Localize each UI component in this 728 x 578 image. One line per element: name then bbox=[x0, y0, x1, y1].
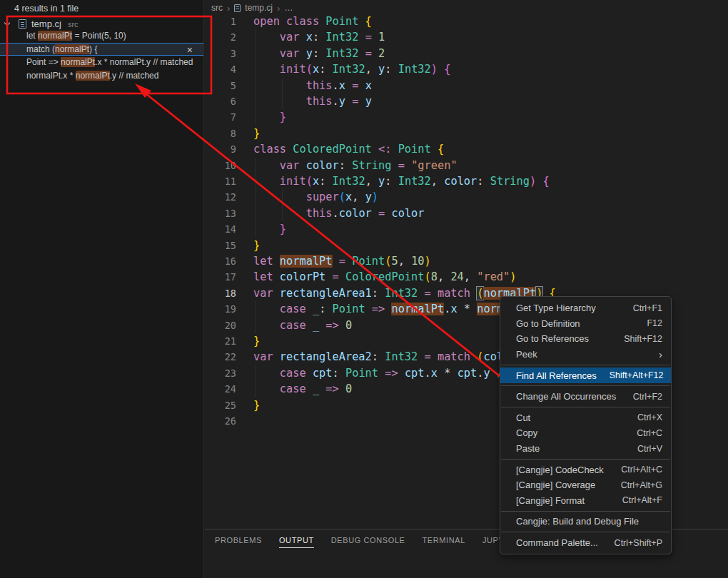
panel-tab-output[interactable]: OUTPUT bbox=[279, 536, 314, 548]
line-number: 26 bbox=[205, 413, 236, 429]
menu-item-shortcut: Ctrl+Alt+G bbox=[621, 480, 662, 490]
menu-item-label: Cut bbox=[516, 412, 530, 423]
menu-item-cangjie-format[interactable]: [Cangjie] FormatCtrl+Alt+F bbox=[500, 493, 671, 509]
result-text: = Point(5, 10) bbox=[72, 31, 126, 41]
chevron-down-icon[interactable] bbox=[4, 20, 10, 26]
menu-item-go-to-references[interactable]: Go to ReferencesShift+F12 bbox=[500, 331, 671, 347]
line-number: 8 bbox=[205, 126, 236, 141]
line-number: 3 bbox=[205, 46, 236, 61]
code-line[interactable]: 13 this.color = color bbox=[205, 206, 728, 221]
search-result-row[interactable]: match (normalPt) {× bbox=[0, 43, 203, 56]
code-line[interactable]: 3 var y: Int32 = 2 bbox=[205, 46, 728, 61]
editor-context-menu: Get Type HierarchyCtrl+F1Go to Definitio… bbox=[500, 296, 672, 554]
code-text: init(x: Int32, y: Int32) { bbox=[253, 61, 450, 77]
code-text: var color: String = "green" bbox=[253, 158, 457, 173]
panel-tab-terminal[interactable]: TERMINAL bbox=[423, 536, 465, 548]
result-text: Point => bbox=[26, 57, 61, 67]
code-line[interactable]: 12 super(x, y) bbox=[205, 189, 728, 205]
menu-item-cangjie-coverage[interactable]: [Cangjie] CoverageCtrl+Alt+G bbox=[500, 477, 671, 493]
menu-item-shortcut: Ctrl+C bbox=[637, 428, 662, 438]
code-line[interactable]: 11 init(x: Int32, y: Int32, color: Strin… bbox=[205, 173, 728, 189]
result-file-name: temp.cj bbox=[31, 19, 61, 29]
code-text: class ColoredPoint <: Point { bbox=[253, 141, 444, 157]
menu-item-shortcut: Ctrl+V bbox=[637, 444, 662, 454]
code-line[interactable]: 9class ColoredPoint <: Point { bbox=[205, 141, 728, 157]
dismiss-result-icon[interactable]: × bbox=[187, 44, 193, 56]
code-line[interactable]: 17let colorPt = ColoredPoint(8, 24, "red… bbox=[205, 269, 728, 285]
menu-separator bbox=[501, 532, 670, 532]
line-number: 20 bbox=[205, 318, 236, 333]
menu-item-label: [Cangjie] Format bbox=[516, 495, 585, 506]
line-number: 14 bbox=[205, 221, 236, 237]
menu-item-cangjie-codecheck[interactable]: [Cangjie] CodeCheckCtrl+Alt+C bbox=[500, 462, 671, 477]
line-number: 4 bbox=[205, 61, 236, 77]
result-text: match ( bbox=[26, 44, 55, 54]
result-text: .x * normalPt.y // matched bbox=[95, 57, 193, 67]
menu-item-label: Go to Definition bbox=[516, 318, 580, 329]
search-result-row[interactable]: normalPt.x * normalPt.y // matched bbox=[0, 69, 203, 83]
line-number: 6 bbox=[205, 93, 236, 109]
menu-item-cangjie-build-and-debug-file[interactable]: Cangjie: Build and Debug File bbox=[500, 514, 671, 529]
menu-item-copy[interactable]: CopyCtrl+C bbox=[500, 425, 671, 441]
menu-separator bbox=[501, 511, 670, 512]
menu-item-shortcut: Ctrl+X bbox=[637, 412, 662, 422]
menu-item-command-palette[interactable]: Command Palette...Ctrl+Shift+P bbox=[500, 535, 671, 551]
line-number: 17 bbox=[205, 269, 236, 285]
result-text: let bbox=[26, 31, 38, 41]
menu-item-shortcut: Ctrl+F2 bbox=[633, 392, 662, 402]
code-text: case _ => 0 bbox=[253, 381, 352, 397]
menu-item-label: Paste bbox=[516, 443, 540, 454]
menu-item-peek[interactable]: Peek› bbox=[500, 347, 671, 362]
menu-item-label: [Cangjie] Coverage bbox=[516, 480, 595, 490]
menu-item-shortcut: F12 bbox=[647, 318, 662, 328]
code-line[interactable]: 16let normalPt = Point(5, 10) bbox=[205, 253, 728, 269]
search-result-row[interactable]: let normalPt = Point(5, 10) bbox=[0, 29, 203, 43]
code-text: open class Point { bbox=[253, 14, 372, 29]
code-line[interactable]: 6 this.y = y bbox=[205, 93, 728, 109]
submenu-arrow-icon: › bbox=[659, 349, 662, 360]
panel-tab-debug-console[interactable]: DEBUG CONSOLE bbox=[331, 536, 405, 548]
code-text: super(x, y) bbox=[253, 189, 378, 205]
code-text: } bbox=[253, 333, 260, 349]
match-highlight: normalPt bbox=[55, 44, 89, 54]
code-line[interactable]: 2 var x: Int32 = 1 bbox=[205, 29, 728, 45]
code-line[interactable]: 1open class Point { bbox=[205, 14, 728, 29]
menu-item-change-all-occurrences[interactable]: Change All OccurrencesCtrl+F2 bbox=[500, 389, 671, 405]
menu-item-shortcut: Ctrl+F1 bbox=[633, 303, 662, 313]
references-sidebar: 4 results in 1 file temp.cj src let norm… bbox=[0, 0, 204, 578]
code-text: this.x = x bbox=[253, 78, 372, 93]
code-line[interactable]: 7 } bbox=[205, 109, 728, 125]
code-line[interactable]: 14 } bbox=[205, 221, 728, 237]
menu-item-find-all-references[interactable]: Find All ReferencesShift+Alt+F12 bbox=[500, 367, 671, 383]
code-line[interactable]: 5 this.x = x bbox=[205, 78, 728, 93]
line-number: 16 bbox=[205, 253, 236, 269]
result-text: normalPt.x * bbox=[26, 71, 76, 81]
menu-item-cut[interactable]: CutCtrl+X bbox=[500, 410, 671, 426]
search-result-row[interactable]: Point => normalPt.x * normalPt.y // matc… bbox=[0, 56, 203, 69]
menu-item-shortcut: Ctrl+Alt+F bbox=[622, 495, 662, 505]
code-line[interactable]: 10 var color: String = "green" bbox=[205, 158, 728, 173]
code-line[interactable]: 8} bbox=[205, 126, 728, 141]
menu-item-label: Peek bbox=[516, 349, 537, 360]
line-number: 25 bbox=[205, 397, 236, 413]
code-text: } bbox=[253, 397, 260, 413]
panel-tab-problems[interactable]: PROBLEMS bbox=[215, 536, 262, 548]
menu-item-get-type-hierarchy[interactable]: Get Type HierarchyCtrl+F1 bbox=[500, 300, 671, 316]
line-number: 19 bbox=[205, 301, 236, 317]
code-text: init(x: Int32, y: Int32, color: String) … bbox=[253, 173, 550, 189]
line-number: 2 bbox=[205, 29, 236, 45]
menu-item-go-to-definition[interactable]: Go to DefinitionF12 bbox=[500, 316, 671, 332]
line-number: 13 bbox=[205, 206, 236, 221]
code-text: } bbox=[253, 109, 286, 125]
code-text: var y: Int32 = 2 bbox=[253, 46, 385, 61]
match-highlight: normalPt bbox=[61, 57, 95, 67]
line-number: 5 bbox=[205, 78, 236, 93]
code-text: let colorPt = ColoredPoint(8, 24, "red") bbox=[253, 269, 517, 285]
code-text: } bbox=[253, 126, 260, 141]
menu-item-label: Get Type Hierarchy bbox=[516, 303, 596, 313]
code-text: this.color = color bbox=[253, 206, 425, 221]
code-text: case _ => 0 bbox=[253, 318, 352, 333]
code-line[interactable]: 4 init(x: Int32, y: Int32) { bbox=[205, 61, 728, 77]
menu-item-paste[interactable]: PasteCtrl+V bbox=[500, 441, 671, 457]
code-line[interactable]: 15} bbox=[205, 238, 728, 253]
